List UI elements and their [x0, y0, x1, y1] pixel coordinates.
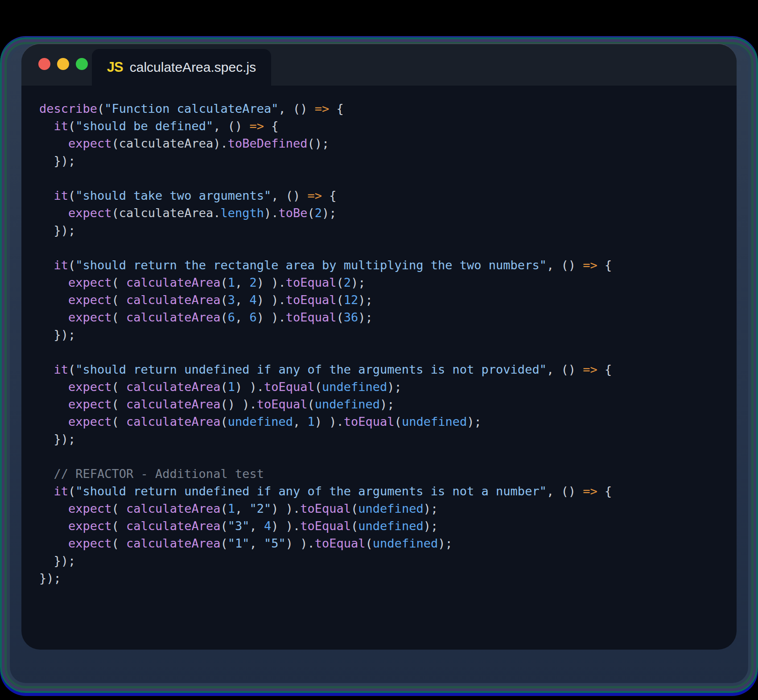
- close-button[interactable]: [38, 58, 50, 70]
- code-line: });: [39, 326, 728, 343]
- code-line: });: [39, 222, 728, 239]
- code-line: });: [39, 152, 728, 169]
- code-line: expect(calculateArea).toBeDefined();: [39, 135, 728, 152]
- code-line: describe("Function calculateArea", () =>…: [39, 100, 728, 117]
- code-line: [39, 448, 728, 465]
- code-editor[interactable]: describe("Function calculateArea", () =>…: [21, 86, 737, 587]
- code-line: expect( calculateArea(1, "2") ).toEqual(…: [39, 500, 728, 517]
- code-line: it("should return undefined if any of th…: [39, 482, 728, 500]
- code-line: expect( calculateArea(3, 4) ).toEqual(12…: [39, 291, 728, 309]
- file-tab-label: calculateArea.spec.js: [130, 60, 256, 75]
- traffic-lights: [38, 58, 88, 70]
- code-line: it("should return the rectangle area by …: [39, 256, 728, 274]
- editor-window: JS calculateArea.spec.js describe("Funct…: [21, 43, 737, 650]
- code-line: expect( calculateArea(undefined, 1) ).to…: [39, 413, 728, 430]
- code-line: expect( calculateArea("1", "5") ).toEqua…: [39, 535, 728, 552]
- code-line: [39, 239, 728, 256]
- code-line: expect( calculateArea(1) ).toEqual(undef…: [39, 378, 728, 395]
- code-line: expect( calculateArea("3", 4) ).toEqual(…: [39, 517, 728, 535]
- code-line: [39, 169, 728, 187]
- javascript-icon: JS: [107, 59, 123, 75]
- code-line: expect( calculateArea(6, 6) ).toEqual(36…: [39, 309, 728, 326]
- code-line: });: [39, 552, 728, 569]
- code-line: });: [39, 430, 728, 448]
- zoom-button[interactable]: [76, 58, 88, 70]
- code-line: it("should take two arguments", () => {: [39, 187, 728, 204]
- code-line: });: [39, 569, 728, 587]
- title-bar: JS calculateArea.spec.js: [21, 44, 737, 86]
- code-line: expect(calculateArea.length).toBe(2);: [39, 204, 728, 222]
- code-line: it("should be defined", () => {: [39, 117, 728, 135]
- code-line: expect( calculateArea(1, 2) ).toEqual(2)…: [39, 274, 728, 291]
- minimize-button[interactable]: [57, 58, 69, 70]
- code-line: expect( calculateArea() ).toEqual(undefi…: [39, 395, 728, 413]
- file-tab[interactable]: JS calculateArea.spec.js: [92, 49, 271, 86]
- code-line: it("should return undefined if any of th…: [39, 361, 728, 378]
- code-line: // REFACTOR - Additional test: [39, 465, 728, 482]
- code-line: [39, 343, 728, 361]
